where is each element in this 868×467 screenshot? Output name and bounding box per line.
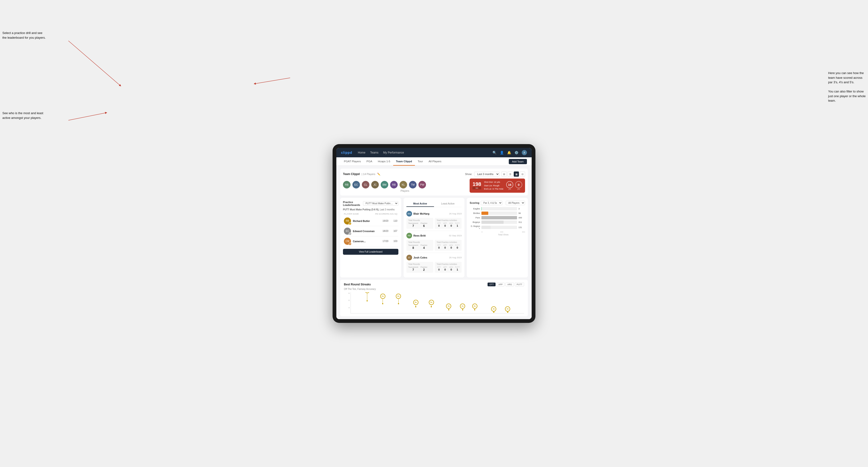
streaks-card: Best Round Streaks OTT APP ARG PUTT Off … [340, 280, 528, 316]
player-avatar-3[interactable]: CL [362, 181, 369, 188]
player-avatar-1[interactable]: RB [343, 181, 350, 188]
streak-chart-container: 8 6 4 7x 6x [344, 292, 524, 313]
add-team-button[interactable]: Add Team [509, 159, 527, 164]
streak-chart: 7x 6x 6x [350, 292, 524, 313]
app-logo: clippd [341, 151, 352, 154]
subnav-allplayers[interactable]: All Players [426, 157, 444, 165]
ac-total-rounds-2: Total Rounds Tournament 8 Practice 4 [406, 240, 433, 251]
player-avatar-2[interactable]: EC [352, 181, 360, 188]
players-label: Players [343, 189, 467, 192]
subnav-hcaps[interactable]: Hcaps 1-5 [375, 157, 393, 165]
lb-avg-1: 110 [390, 220, 398, 222]
lb-name-1: Richard Butler [353, 220, 381, 222]
lb-row-1[interactable]: RB 🥇 Richard Butler 19/20 110 [343, 216, 398, 226]
lb-avg-2: 107 [390, 230, 398, 232]
streak-node-5: 5x [429, 300, 434, 307]
streak-node-2: 6x [380, 294, 385, 304]
search-icon[interactable]: 🔍 [493, 151, 497, 154]
subnav-tour[interactable]: Tour [415, 157, 426, 165]
three-column-layout: Practice Leaderboards PUTT Must Make Put… [340, 198, 528, 277]
time-filter-select[interactable]: Last 3 months [474, 172, 500, 177]
lb-row-3[interactable]: CM 3 Cameron... 17/20 103 [343, 236, 398, 247]
filter-putt[interactable]: PUTT [515, 283, 524, 286]
list-view-btn[interactable]: ☰ [507, 172, 513, 177]
view-icons: ⊞ ☰ ▦ ⊟ [501, 172, 525, 177]
shot-unit: SG [472, 187, 481, 189]
practice-leaderboards-panel: Practice Leaderboards PUTT Must Make Put… [340, 198, 401, 277]
grid-view-btn[interactable]: ⊞ [501, 172, 507, 177]
scoring-title: Scoring [470, 201, 479, 204]
scoring-header: Scoring Par 3, 4 & 5s All Players [470, 201, 525, 205]
activity-card-2: RB Rees Britt 02 Sep 2023 Total Rounds T… [406, 231, 462, 253]
subnav-pga[interactable]: PGA [364, 157, 375, 165]
ac-avatar-2: RB [406, 233, 412, 239]
scoring-player-filter[interactable]: All Players [506, 201, 525, 205]
show-filter: Show: Last 3 months ⊞ ☰ ▦ ⊟ [465, 172, 525, 177]
ac-practice-activities-2: Total Practice Activities OTT0 APP0 ARG0… [435, 240, 462, 251]
lb-avg-3: 103 [390, 240, 398, 243]
filter-app[interactable]: APP [497, 283, 504, 286]
bar-pars: Pars 499 [470, 216, 525, 219]
most-active-tab[interactable]: Most Active [406, 201, 434, 207]
streaks-filters: OTT APP ARG PUTT [488, 283, 524, 286]
ac-name-2: Rees Britt [413, 234, 426, 237]
player-avatar-4[interactable]: JC [371, 181, 379, 188]
lb-panel-header: Practice Leaderboards PUTT Must Make Put… [343, 201, 398, 206]
ac-header-2: RB Rees Britt 02 Sep 2023 [406, 233, 462, 239]
shot-number: 198 [472, 182, 481, 187]
nav-teams[interactable]: Teams [370, 151, 378, 154]
streak-node-6: 4x [446, 304, 451, 310]
settings-icon[interactable]: ⚙️ [515, 151, 519, 154]
subnav-teamclippd[interactable]: Team Clippd [393, 157, 415, 165]
filter-ott[interactable]: OTT [488, 283, 496, 286]
shot-card: 198 SG Shot Dist: 16 yds Start Lie: Roug… [470, 179, 525, 192]
person-icon[interactable]: 👤 [500, 151, 504, 154]
activity-panel: Most Active Least Active BM Blair McHarg… [404, 198, 465, 277]
bell-icon[interactable]: 🔔 [507, 151, 511, 154]
edit-icon[interactable]: ✏️ [377, 173, 380, 176]
card-view-btn[interactable]: ▦ [514, 172, 519, 177]
scoring-par-filter[interactable]: Par 3, 4 & 5s [481, 201, 502, 205]
ac-stats-1: Total Rounds Tournament 7 Practice 6 [406, 218, 462, 229]
player-avatar-8[interactable]: TM [409, 181, 416, 188]
ac-name-3: Josh Coles [413, 256, 427, 259]
streaks-title: Best Round Streaks [344, 283, 371, 286]
view-full-leaderboard-button[interactable]: View Full Leaderboard [343, 249, 398, 255]
nav-icons: 🔍 👤 🔔 ⚙️ A [493, 150, 527, 155]
ac-avatar-1: BM [406, 211, 412, 217]
lb-name-2: Edward Crossman [353, 230, 381, 232]
y-axis: 8 6 4 [344, 292, 350, 309]
nav-home[interactable]: Home [358, 151, 365, 154]
player-avatar-7[interactable]: KL [400, 181, 407, 188]
nav-links: Home Teams My Performance [358, 151, 404, 154]
player-avatar-9[interactable]: PW [418, 181, 426, 188]
annotation-top-right: Here you can see how the team have score… [828, 71, 866, 103]
user-avatar[interactable]: A [522, 150, 527, 155]
player-avatar-6[interactable]: RB [390, 181, 398, 188]
svg-line-0 [68, 41, 120, 86]
x-axis-title: Total Shots [470, 234, 525, 236]
lb-dropdown[interactable]: PUTT Must Make Putting... [363, 201, 398, 206]
team-name: Team Clippd [343, 173, 360, 176]
least-active-tab[interactable]: Least Active [434, 201, 462, 207]
streak-node-9: 3x [491, 306, 496, 313]
annotation-bottom-left: See who is the most and leastactive amon… [2, 111, 43, 120]
activity-card-1: BM Blair McHarg 26 Aug 2023 Total Rounds… [406, 209, 462, 231]
lb-score-3: 17/20 [382, 240, 389, 243]
ac-stats-2: Total Rounds Tournament 8 Practice 4 [406, 240, 462, 251]
nav-myperformance[interactable]: My Performance [383, 151, 404, 154]
filter-btn[interactable]: ⊟ [520, 172, 525, 177]
subnav-pgat[interactable]: PGAT Players [341, 157, 364, 165]
svg-line-1 [68, 113, 106, 120]
players-avatars-row: RB EC CL JC BM RB KL TM PW Players [343, 179, 525, 192]
ac-header-3: JC Josh Coles 26 Aug 2023 [406, 255, 462, 260]
streak-node-10: 3x [505, 306, 510, 313]
ac-date-3: 26 Aug 2023 [449, 256, 462, 259]
ac-total-rounds-1: Total Rounds Tournament 7 Practice 6 [406, 218, 433, 229]
streak-node-8: 4x [472, 304, 477, 310]
player-avatar-5[interactable]: BM [381, 181, 388, 188]
lb-row-2[interactable]: EC 2 Edward Crossman 18/20 107 [343, 226, 398, 236]
lb-subtitle: PUTT Must Make Putting (3-6 ft), Last 3 … [343, 208, 398, 211]
filter-arg[interactable]: ARG [505, 283, 514, 286]
lb-columns: PLAYER NAME PB SCORE PB AVG SQ [343, 213, 398, 215]
